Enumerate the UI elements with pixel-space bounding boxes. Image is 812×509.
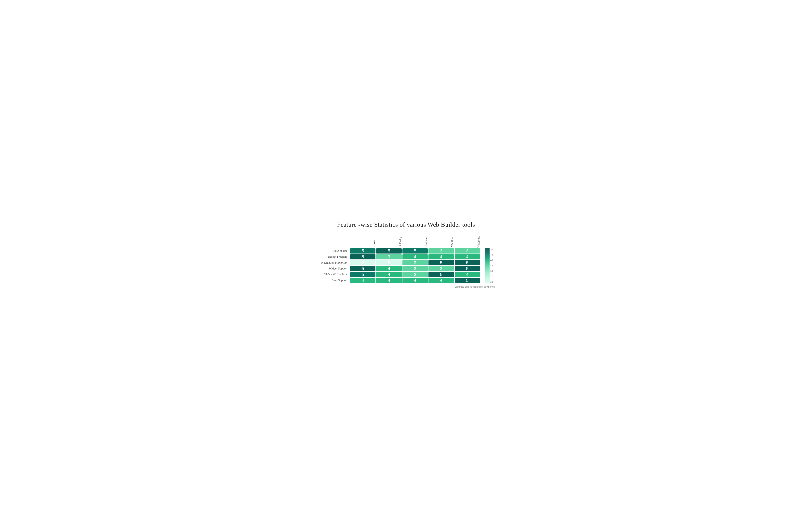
heatmap-cell: 3 (428, 248, 454, 253)
legend-v45: 4.5 (490, 253, 493, 256)
heatmap-grid: 555335344422355543355435444445 (350, 248, 480, 283)
heatmap-and-legend: WixGoDaddyHostingerWebflowWordpress 5553… (350, 234, 495, 283)
row-labels: Ease of UseDesign FreedomNavigation Flex… (317, 234, 350, 283)
heatmap-cell: 3 (402, 266, 428, 271)
heatmap-cell: 4 (428, 278, 454, 283)
heatmap-cell: 2 (350, 260, 376, 265)
row-label: Ease of Use (317, 248, 350, 254)
col-header: Wordpress (454, 234, 480, 248)
heatmap-cell: 4 (350, 278, 376, 283)
heatmap-cell: 5 (350, 248, 376, 253)
col-header: GoDaddy (376, 234, 402, 248)
heatmap-cell: 5 (376, 248, 401, 253)
legend-labels: 5.0 4.5 4.0 3.5 3.0 2.5 2.0 (490, 248, 493, 283)
legend-area: 5.0 4.5 4.0 3.5 3.0 2.5 2.0 (484, 234, 495, 283)
row-label: Design Freedom (317, 254, 350, 260)
legend-v40: 4.0 (490, 259, 493, 262)
heatmap-cell: 3 (402, 260, 428, 265)
table-row: 54335 (350, 266, 480, 272)
chart-area: Ease of UseDesign FreedomNavigation Flex… (317, 234, 495, 283)
row-label: SEO and User Stats (317, 272, 350, 277)
heatmap-cell: 5 (455, 260, 480, 265)
legend-max: 5.0 (490, 248, 493, 251)
row-label: Widget Support (317, 266, 350, 272)
heatmap-cell: 4 (402, 278, 428, 283)
heatmap-cell: 5 (455, 266, 480, 271)
legend-v30: 3.0 (490, 270, 493, 273)
heatmap-cell: 4 (455, 254, 480, 260)
heatmap-cell: 5 (350, 266, 376, 271)
heatmap-cell: 3 (376, 254, 401, 260)
table-row: 22355 (350, 260, 480, 266)
col-header: Wix (350, 234, 376, 248)
col-header: Webflow (428, 234, 454, 248)
row-label: Blog Support (317, 277, 350, 283)
legend-with-labels: 5.0 4.5 4.0 3.5 3.0 2.5 2.0 (485, 248, 493, 283)
heatmap-cell: 4 (455, 272, 480, 277)
heatmap-cell: 4 (402, 254, 428, 260)
row-label: Navigation Flexibility (317, 260, 350, 266)
heatmap-wrapper: WixGoDaddyHostingerWebflowWordpress 5553… (350, 234, 480, 283)
heatmap-cell: 2 (376, 260, 401, 265)
table-row: 53444 (350, 254, 480, 260)
heatmap-cell: 4 (376, 266, 401, 271)
heatmap-cell: 4 (428, 254, 454, 260)
footer-credit: compiled and illustrated by icsoln.com (317, 285, 495, 288)
heatmap-cell: 3 (428, 266, 454, 271)
heatmap-cell: 5 (350, 254, 376, 260)
chart-title: Feature -wise Statistics of various Web … (317, 221, 495, 228)
heatmap-cell: 4 (376, 272, 401, 277)
legend-min: 2.0 (490, 280, 493, 283)
chart-container: Feature -wise Statistics of various Web … (317, 221, 495, 288)
table-row: 54354 (350, 272, 480, 277)
heatmap-cell: 5 (428, 272, 454, 277)
col-headers: WixGoDaddyHostingerWebflowWordpress (350, 234, 480, 248)
heatmap-cell: 5 (350, 272, 376, 277)
heatmap-cell: 5 (455, 278, 480, 283)
col-header: Hostinger (402, 234, 428, 248)
legend-bar (485, 248, 490, 283)
heatmap-cell: 3 (455, 248, 480, 253)
heatmap-cell: 5 (402, 248, 428, 253)
heatmap-cell: 4 (376, 278, 401, 283)
table-row: 44445 (350, 277, 480, 283)
table-row: 55533 (350, 248, 480, 254)
legend-v25: 2.5 (490, 275, 493, 278)
legend-v35: 3.5 (490, 264, 493, 267)
heatmap-cell: 5 (428, 260, 454, 265)
heatmap-cell: 3 (402, 272, 428, 277)
